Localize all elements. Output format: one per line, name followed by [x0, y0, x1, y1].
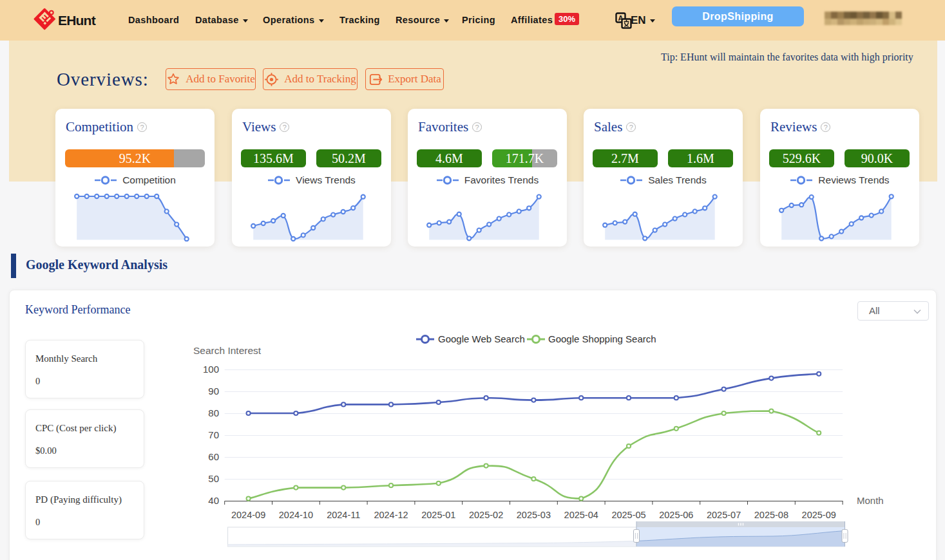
svg-text:2025-01: 2025-01: [421, 510, 455, 520]
svg-text:2025-05: 2025-05: [611, 510, 645, 520]
svg-text:2025-02: 2025-02: [469, 510, 503, 520]
svg-text:90: 90: [208, 386, 219, 397]
svg-text:2025-07: 2025-07: [707, 510, 741, 520]
svg-text:40: 40: [208, 495, 219, 506]
svg-text:2024-12: 2024-12: [374, 510, 408, 520]
svg-text:2024-10: 2024-10: [279, 510, 313, 520]
svg-text:Google Shopping Search: Google Shopping Search: [548, 333, 656, 344]
svg-text:100: 100: [203, 364, 219, 375]
svg-text:80: 80: [208, 407, 219, 418]
svg-text:2025-06: 2025-06: [659, 510, 693, 520]
svg-text:50: 50: [208, 473, 219, 484]
svg-text:2025-08: 2025-08: [754, 510, 788, 520]
svg-text:2025-03: 2025-03: [517, 510, 551, 520]
svg-text:70: 70: [208, 429, 219, 440]
svg-text:2025-09: 2025-09: [802, 510, 836, 520]
svg-text:60: 60: [208, 451, 219, 462]
svg-text:Google Web Search: Google Web Search: [438, 333, 525, 344]
svg-text:2024-09: 2024-09: [231, 510, 265, 520]
svg-text:2024-11: 2024-11: [327, 510, 360, 520]
svg-text:Month: Month: [857, 495, 884, 506]
svg-text:Search Interest: Search Interest: [193, 345, 262, 356]
svg-text:2025-04: 2025-04: [564, 510, 598, 520]
